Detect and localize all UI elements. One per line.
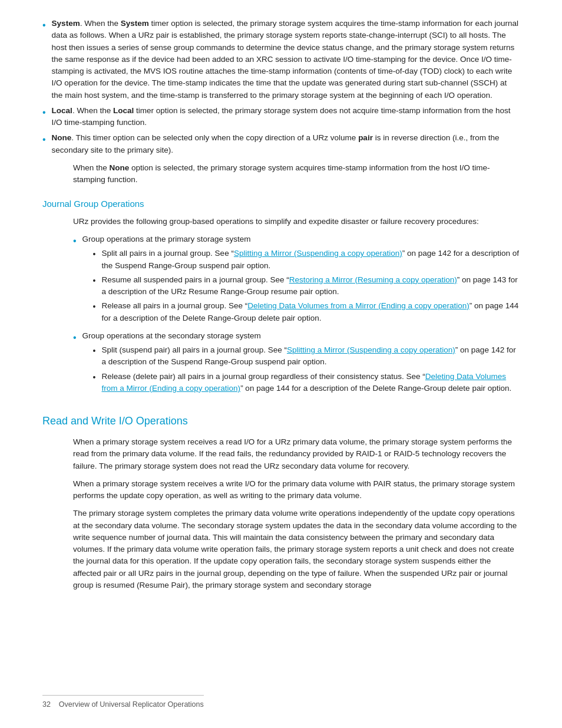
bullet-dot-primary: •	[73, 234, 77, 248]
system-content: System. When the System timer option is …	[52, 18, 520, 101]
footer-divider	[42, 695, 204, 696]
top-bullet-list: • System. When the System timer option i…	[42, 18, 520, 156]
list-item-primary-group: • Group operations at the primary storag…	[73, 233, 520, 327]
release-link[interactable]: Deleting Data Volumes from a Mirror (End…	[247, 301, 470, 310]
resume-text-before: Resume all suspended pairs in a journal …	[102, 275, 289, 284]
bullet-dot-secondary: •	[73, 331, 77, 345]
rw-para2: When a primary storage system receives a…	[73, 478, 520, 502]
sec-split-link[interactable]: Splitting a Mirror (Suspending a copy op…	[287, 345, 455, 354]
primary-sub-list: • Split all pairs in a journal group. Se…	[93, 248, 520, 324]
resume-link[interactable]: Restoring a Mirror (Resuming a copy oper…	[289, 275, 457, 284]
list-item-secondary-group: • Group operations at the secondary stor…	[73, 330, 520, 397]
primary-resume-content: Resume all suspended pairs in a journal …	[102, 274, 520, 298]
none-para-bold: None	[110, 163, 130, 172]
primary-group-label: Group operations at the primary storage …	[82, 235, 251, 243]
local-text1: . When the	[72, 106, 113, 115]
rw-para3: The primary storage system completes the…	[73, 508, 520, 591]
page: • System. When the System timer option i…	[0, 0, 562, 728]
group-ops-list: • Group operations at the primary storag…	[73, 233, 520, 397]
rw-heading: Read and Write I/O Operations	[42, 413, 520, 429]
primary-release-item: • Release all pairs in a journal group. …	[93, 300, 520, 324]
system-label2: System	[121, 19, 149, 28]
list-item-local: • Local. When the Local timer option is …	[42, 105, 520, 129]
release-text-before: Release all pairs in a journal group. Se…	[102, 301, 248, 310]
journal-group-heading: Journal Group Operations	[42, 197, 520, 211]
bullet-dot-resume: •	[93, 275, 96, 287]
primary-split-item: • Split all pairs in a journal group. Se…	[93, 248, 520, 272]
sec-release-text-before: Release (delete pair) all pairs in a jou…	[102, 372, 425, 381]
split-link[interactable]: Splitting a Mirror (Suspending a copy op…	[234, 249, 402, 258]
none-label: None	[52, 133, 72, 142]
local-content: Local. When the Local timer option is se…	[52, 105, 520, 129]
none-label2: pair	[358, 133, 373, 142]
primary-release-content: Release all pairs in a journal group. Se…	[102, 300, 520, 324]
secondary-split-item: • Split (suspend pair) all pairs in a jo…	[93, 344, 520, 368]
split-text-before: Split all pairs in a journal group. See …	[102, 249, 234, 258]
local-label2: Local	[113, 106, 134, 115]
none-para-before: When the	[73, 163, 110, 172]
list-item-none: • None. This timer option can be selecte…	[42, 132, 520, 156]
system-label: System	[52, 19, 80, 28]
footer: 32 Overview of Universal Replicator Oper…	[42, 695, 204, 710]
secondary-release-item: • Release (delete pair) all pairs in a j…	[93, 371, 520, 395]
rw-para1: When a primary storage system receives a…	[73, 436, 520, 472]
primary-split-content: Split all pairs in a journal group. See …	[102, 248, 520, 272]
system-text2: timer option is selected, the primary st…	[52, 19, 518, 100]
secondary-split-content: Split (suspend pair) all pairs in a jour…	[102, 344, 520, 368]
secondary-group-content: Group operations at the secondary storag…	[82, 330, 520, 397]
bullet-dot-secondary-split: •	[93, 345, 96, 357]
local-label: Local	[52, 106, 72, 115]
secondary-release-content: Release (delete pair) all pairs in a jou…	[102, 371, 520, 395]
bullet-dot-local: •	[42, 106, 46, 120]
footer-page: 32	[42, 700, 51, 709]
secondary-group-label: Group operations at the secondary storag…	[82, 331, 261, 340]
sec-release-text-after: ” on page 144 for a description of the D…	[240, 384, 511, 393]
none-text1: . This timer option can be selected only…	[71, 133, 358, 142]
sec-split-text-before: Split (suspend pair) all pairs in a jour…	[102, 345, 287, 354]
bullet-dot-system: •	[42, 18, 46, 32]
bullet-dot-none: •	[42, 133, 46, 147]
none-option-para: When the None option is selected, the pr…	[73, 162, 520, 186]
bullet-dot-release: •	[93, 301, 96, 313]
primary-group-content: Group operations at the primary storage …	[82, 233, 520, 327]
secondary-sub-list: • Split (suspend pair) all pairs in a jo…	[93, 344, 520, 394]
bullet-dot-split: •	[93, 248, 96, 261]
list-item-system: • System. When the System timer option i…	[42, 18, 520, 101]
journal-group-intro: URz provides the following group-based o…	[73, 216, 520, 228]
bullet-dot-secondary-release: •	[93, 371, 96, 384]
footer-text: Overview of Universal Replicator Operati…	[59, 700, 204, 709]
primary-resume-item: • Resume all suspended pairs in a journa…	[93, 274, 520, 298]
system-text1: . When the	[80, 19, 121, 28]
none-content: None. This timer option can be selected …	[52, 132, 520, 156]
none-para-after: option is selected, the primary storage …	[73, 163, 490, 184]
